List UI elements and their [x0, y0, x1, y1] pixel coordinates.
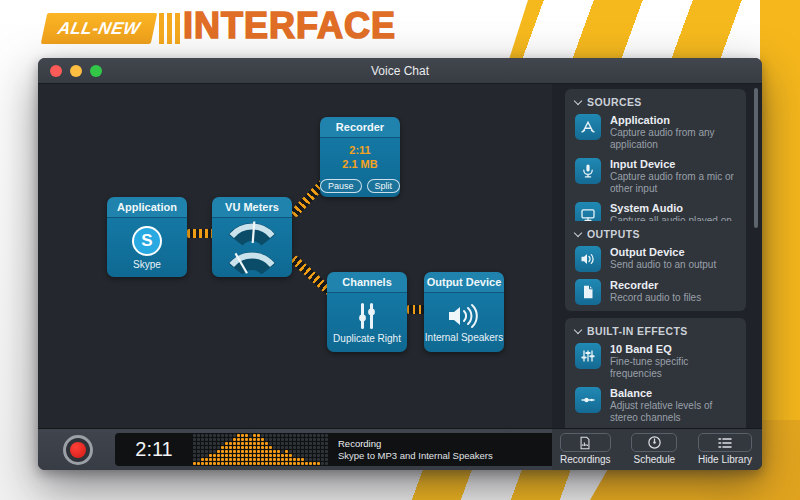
app-window: Voice Chat Recorder 2:11 2.1 MB Pause [38, 58, 762, 470]
library-footer: Recordings Schedule Hide Library [552, 428, 762, 470]
schedule-button[interactable]: Schedule [631, 433, 677, 465]
item-desc: Fine-tune specific frequencies [610, 356, 738, 380]
chevron-down-icon [574, 325, 582, 333]
item-title: 10 Band EQ [610, 343, 738, 356]
all-new-badge: ALL-NEW [41, 13, 158, 44]
item-title: System Audio [610, 202, 738, 215]
transport-bar: 2:11 Recording Skype to MP3 and Internal… [38, 428, 552, 470]
built-in-effects-section: BUILT-IN EFFECTS 10 Band EQ Fine-tune sp… [565, 318, 746, 428]
sources-section-header[interactable]: SOURCES [575, 96, 738, 108]
chevron-down-icon [574, 228, 582, 236]
output-device-block-label: Internal Speakers [425, 332, 503, 343]
vu-meter-gauge-icon [220, 249, 284, 276]
vu-meter-gauge-icon [220, 220, 284, 247]
item-desc: Send audio to an output [610, 259, 716, 271]
outputs-section-header[interactable]: OUTPUTS [575, 228, 738, 240]
item-desc: Adjust relative levels of stereo channel… [610, 400, 738, 424]
schedule-clock-icon [647, 435, 662, 450]
sidebar-scrollbar[interactable] [754, 88, 758, 228]
file-icon [575, 279, 601, 305]
zoom-window-button[interactable] [90, 65, 102, 77]
vertical-sliders-icon [354, 302, 380, 330]
pause-button[interactable]: Pause [320, 179, 362, 193]
library-item-input-device[interactable]: Input Device Capture audio from a mic or… [575, 158, 738, 195]
balance-slider-icon [575, 387, 601, 413]
application-block-title: Application [107, 197, 187, 218]
sources-section-title: SOURCES [587, 96, 642, 108]
window-titlebar[interactable]: Voice Chat [38, 58, 762, 84]
recorder-filesize: 2.1 MB [342, 157, 377, 171]
pipeline-canvas[interactable]: Recorder 2:11 2.1 MB Pause Split Applica… [38, 84, 552, 428]
item-title: Balance [610, 387, 738, 400]
application-block-label: Skype [133, 259, 161, 270]
banner-bar-icon [175, 13, 180, 44]
recording-time: 2:11 [115, 438, 193, 461]
list-icon [717, 436, 733, 450]
recording-description: Skype to MP3 and Internal Speakers [338, 450, 493, 462]
channels-block-label: Duplicate Right [333, 333, 401, 344]
effects-section-title: BUILT-IN EFFECTS [587, 325, 688, 337]
promo-background: ALL-NEW INTERFACE Voice Chat Recorde [0, 0, 800, 500]
recordings-button[interactable]: Recordings [560, 433, 611, 465]
minimize-window-button[interactable] [70, 65, 82, 77]
hide-library-button-label: Hide Library [698, 454, 752, 465]
banner-bar-icon [159, 13, 164, 44]
channels-block[interactable]: Channels Duplicate Right [327, 272, 407, 352]
item-desc: Capture audio from a mic or other input [610, 171, 738, 195]
library-item-recorder[interactable]: Recorder Record audio to files [575, 279, 738, 305]
recorder-time: 2:11 [349, 143, 370, 157]
connector-application-to-vumeters [187, 229, 214, 238]
banner-title: INTERFACE [183, 3, 396, 47]
library-item-10-band-eq[interactable]: 10 Band EQ Fine-tune specific frequencie… [575, 343, 738, 380]
recordings-icon [578, 436, 592, 450]
effects-section-header[interactable]: BUILT-IN EFFECTS [575, 325, 738, 337]
chevron-down-icon [574, 96, 582, 104]
library-sidebar: SOURCES Application Capture audio from a… [552, 84, 762, 428]
output-device-block[interactable]: Output Device Internal Speakers [424, 272, 504, 352]
library-item-balance[interactable]: Balance Adjust relative levels of stereo… [575, 387, 738, 424]
outputs-section: OUTPUTS Output Device Send audio to an o… [565, 221, 746, 311]
skype-icon: S [132, 226, 162, 256]
output-device-block-title: Output Device [424, 272, 504, 293]
split-button[interactable]: Split [367, 179, 400, 193]
speaker-icon [575, 246, 601, 272]
vu-meters-block-title: VU Meters [212, 197, 292, 218]
item-title: Application [610, 114, 738, 127]
application-block[interactable]: Application S Skype [107, 197, 187, 277]
schedule-button-label: Schedule [633, 454, 675, 465]
microphone-icon [575, 158, 601, 184]
item-title: Recorder [610, 279, 701, 292]
record-button[interactable] [63, 435, 93, 465]
recorder-block[interactable]: Recorder 2:11 2.1 MB Pause Split [320, 117, 400, 197]
vu-meters-block[interactable]: VU Meters [212, 197, 292, 277]
item-desc: Record audio to files [610, 292, 701, 304]
recording-status: Recording [338, 438, 493, 450]
all-new-badge-text: ALL-NEW [56, 19, 142, 39]
hide-library-button[interactable]: Hide Library [698, 433, 752, 465]
window-title: Voice Chat [371, 64, 429, 78]
recordings-button-label: Recordings [560, 454, 611, 465]
record-dot-icon [70, 442, 86, 458]
channels-block-title: Channels [327, 272, 407, 293]
item-desc: Capture audio from any application [610, 127, 738, 151]
banner-bar-icon [167, 13, 172, 44]
recorder-block-title: Recorder [320, 117, 400, 138]
library-item-application[interactable]: Application Capture audio from any appli… [575, 114, 738, 151]
outputs-section-title: OUTPUTS [587, 228, 640, 240]
item-title: Input Device [610, 158, 738, 171]
recording-display: 2:11 Recording Skype to MP3 and Internal… [115, 433, 583, 466]
item-title: Output Device [610, 246, 716, 259]
equalizer-icon [575, 343, 601, 369]
application-a-icon [575, 114, 601, 140]
close-window-button[interactable] [50, 65, 62, 77]
led-spectrum [193, 434, 328, 466]
speaker-icon [447, 303, 481, 329]
library-item-output-device[interactable]: Output Device Send audio to an output [575, 246, 738, 272]
